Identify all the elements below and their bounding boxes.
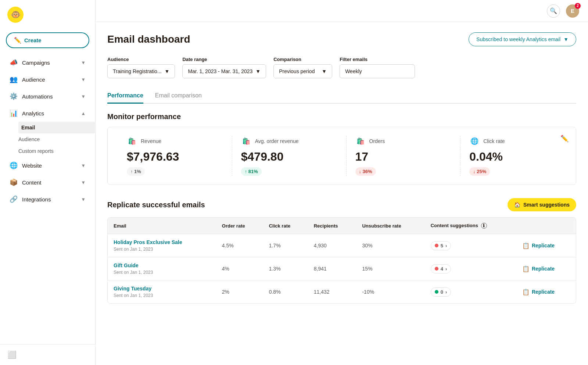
subscribe-button[interactable]: Subscribed to weekly Analytics email ▼ <box>469 32 576 46</box>
sidebar-item-campaigns-label: Campaigns <box>22 60 50 66</box>
sidebar-item-automations[interactable]: ⚙️ Automations ▼ <box>2 88 93 105</box>
click-rate-icon: 🌐 <box>469 136 480 146</box>
email-sent-gift-guide: Sent on Jan 1, 2023 <box>114 270 153 275</box>
score-arrow-gift-guide[interactable]: › <box>445 266 447 272</box>
click-rate-value: 0.04% <box>469 150 566 164</box>
filter-emails-input[interactable] <box>340 64 415 78</box>
sidebar-item-integrations-label: Integrations <box>22 196 51 203</box>
sidebar-item-content[interactable]: 📦 Content ▼ <box>2 174 93 191</box>
cell-click-rate-giving-tuesday: 0.8% <box>263 280 308 304</box>
th-recipients: Recipients <box>308 218 356 234</box>
page-tabs: Performance Email comparison <box>107 89 576 104</box>
email-sent-giving-tuesday: Sent on Jan 1, 2023 <box>114 293 153 298</box>
metric-card-revenue: 🛍️ Revenue $7,976.63 ↑ 1% <box>118 136 232 176</box>
create-icon: ✏️ <box>14 37 21 44</box>
sidebar-item-automations-label: Automations <box>22 93 53 100</box>
sidebar-item-audience-sub[interactable]: Audience <box>18 133 95 145</box>
sidebar-item-analytics[interactable]: 📊 Analytics ▲ <box>2 105 93 122</box>
cell-click-rate-gift-guide: 1.3% <box>263 257 308 280</box>
content-score-gift-guide: 4 › <box>431 264 451 273</box>
content-chevron-icon: ▼ <box>81 180 86 185</box>
date-range-filter-label: Date range <box>182 57 266 62</box>
tab-performance[interactable]: Performance <box>107 89 143 104</box>
automations-chevron-icon: ▼ <box>81 94 86 99</box>
table-row: Giving Tuesday Sent on Jan 1, 2023 2% 0.… <box>108 280 576 304</box>
score-value-holiday-pros: 5 <box>441 243 443 248</box>
cell-email-giving-tuesday: Giving Tuesday Sent on Jan 1, 2023 <box>108 280 216 304</box>
sidebar-logo: 🐵 <box>0 0 95 29</box>
search-icon: 🔍 <box>550 7 557 14</box>
email-link-giving-tuesday[interactable]: Giving Tuesday <box>114 286 210 291</box>
cell-unsubscribe-rate-giving-tuesday: -10% <box>356 280 424 304</box>
cell-order-rate-giving-tuesday: 2% <box>216 280 263 304</box>
th-order-rate: Order rate <box>216 218 263 234</box>
website-chevron-icon: ▼ <box>81 163 86 168</box>
audience-filter-group: Audience Training Registratio... ▼ <box>107 57 175 78</box>
subscribe-label: Subscribed to weekly Analytics email <box>476 36 560 42</box>
revenue-change: ↑ 1% <box>127 167 145 176</box>
cell-replicate-giving-tuesday: 📋 Replicate <box>516 280 576 304</box>
revenue-label: Revenue <box>141 138 161 144</box>
cell-order-rate-holiday-pros: 4.5% <box>216 234 263 257</box>
cell-unsubscribe-rate-holiday-pros: 30% <box>356 234 424 257</box>
comparison-dropdown[interactable]: Previous period ▼ <box>273 64 332 78</box>
sidebar-item-custom-reports[interactable]: Custom reports <box>18 145 95 157</box>
replicate-button-gift-guide[interactable]: 📋 Replicate <box>522 265 555 272</box>
cell-replicate-gift-guide: 📋 Replicate <box>516 257 576 280</box>
app-logo[interactable]: 🐵 <box>7 7 24 23</box>
collapse-sidebar-button[interactable]: ⬜ <box>7 350 17 359</box>
th-unsubscribe-rate: Unsubscribe rate <box>356 218 424 234</box>
page-header: Email dashboard Subscribed to weekly Ana… <box>107 32 576 46</box>
cell-unsubscribe-rate-gift-guide: 15% <box>356 257 424 280</box>
sidebar-item-audience[interactable]: 👥 Audience ▼ <box>2 71 93 88</box>
edit-metrics-button[interactable]: ✏️ <box>560 135 569 143</box>
sidebar-item-email[interactable]: Email <box>18 122 95 133</box>
content-icon: 📦 <box>10 178 18 186</box>
click-rate-label: Click rate <box>483 138 505 144</box>
campaigns-chevron-icon: ▼ <box>81 60 86 65</box>
replicate-button-giving-tuesday[interactable]: 📋 Replicate <box>522 289 555 296</box>
sidebar: 🐵 ✏️ Create 📣 Campaigns ▼ 👥 Audience ▼ ⚙… <box>0 0 96 365</box>
sidebar-item-campaigns[interactable]: 📣 Campaigns ▼ <box>2 54 93 71</box>
cell-click-rate-holiday-pros: 1.7% <box>263 234 308 257</box>
metric-cards-container: ✏️ 🛍️ Revenue $7,976.63 ↑ 1% 🛍️ Avg. ord… <box>107 127 576 185</box>
audience-chevron-icon: ▼ <box>165 68 170 74</box>
cell-content-suggestions-giving-tuesday: 0 › <box>425 280 516 304</box>
user-avatar[interactable]: E 2 <box>566 4 579 18</box>
audience-filter-label: Audience <box>107 57 175 62</box>
replicate-table-container: Email Order rate Click rate Recipients U… <box>107 217 576 304</box>
email-link-holiday-pros[interactable]: Holiday Pros Exclusive Sale <box>114 239 210 245</box>
cell-email-gift-guide: Gift Guide Sent on Jan 1, 2023 <box>108 257 216 280</box>
date-range-dropdown[interactable]: Mar. 1, 2023 - Mar. 31, 2023 ▼ <box>182 64 266 78</box>
automations-icon: ⚙️ <box>10 92 18 100</box>
notification-badge: 2 <box>575 3 581 9</box>
smart-suggestions-button[interactable]: 🏠 Smart suggestions <box>508 198 576 211</box>
score-arrow-giving-tuesday[interactable]: › <box>445 289 447 295</box>
metric-card-click-rate: 🌐 Click rate 0.04% ↓ 25% <box>460 136 566 176</box>
sidebar-item-content-label: Content <box>22 179 42 186</box>
sidebar-bottom: ⬜ <box>0 344 95 365</box>
cell-replicate-holiday-pros: 📋 Replicate <box>516 234 576 257</box>
email-link-gift-guide[interactable]: Gift Guide <box>114 262 210 268</box>
topbar: 🔍 E 2 <box>96 0 588 22</box>
sidebar-item-analytics-label: Analytics <box>22 110 44 117</box>
filter-emails-group: Filter emails <box>340 57 415 78</box>
audience-dropdown[interactable]: Training Registratio... ▼ <box>107 64 175 78</box>
th-content-suggestions: Content suggestions ℹ <box>425 218 516 234</box>
sidebar-item-integrations[interactable]: 🔗 Integrations ▼ <box>2 191 93 208</box>
tab-email-comparison[interactable]: Email comparison <box>155 89 202 104</box>
table-row: Holiday Pros Exclusive Sale Sent on Jan … <box>108 234 576 257</box>
orders-icon: 🛍️ <box>355 136 366 146</box>
table-row: Gift Guide Sent on Jan 1, 2023 4% 1.3% 8… <box>108 257 576 280</box>
info-icon: ℹ <box>481 223 487 229</box>
search-button[interactable]: 🔍 <box>547 4 560 18</box>
sidebar-item-audience-label: Audience <box>22 76 45 83</box>
score-arrow-holiday-pros[interactable]: › <box>445 243 447 248</box>
replicate-icon-giving-tuesday: 📋 <box>522 289 530 296</box>
create-button[interactable]: ✏️ Create <box>6 32 89 48</box>
smart-suggestions-label: Smart suggestions <box>523 202 570 208</box>
metric-card-avg-order-revenue: 🛍️ Avg. order revenue $479.80 ↑ 81% <box>232 136 347 176</box>
sidebar-item-website[interactable]: 🌐 Website ▼ <box>2 157 93 174</box>
orders-change: ↓ 36% <box>355 167 376 176</box>
replicate-button-holiday-pros[interactable]: 📋 Replicate <box>522 242 555 249</box>
